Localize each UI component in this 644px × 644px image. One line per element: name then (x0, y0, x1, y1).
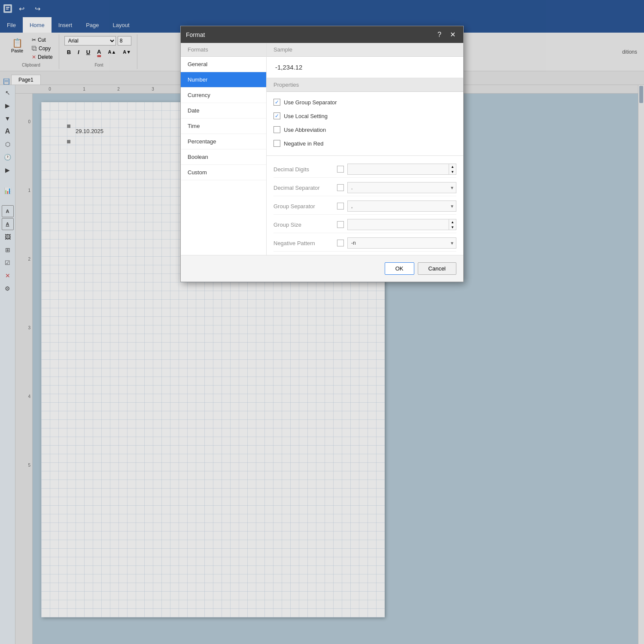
spinner-value-decimal-digits (348, 164, 449, 174)
app: ↩ ↪ File Home Insert Page Layout 📋 Paste… (0, 0, 644, 644)
spinner-buttons-group-size: ▲ ▼ (449, 219, 456, 230)
sample-header: Sample (267, 43, 463, 57)
format-dialog: Format ? ✕ Formats General Number Curren… (180, 26, 464, 282)
dialog-help-button[interactable]: ? (435, 30, 444, 39)
format-currency[interactable]: Currency (181, 88, 266, 103)
sample-section: Sample -1,234.12 (267, 43, 463, 78)
prop-negative-in-red: Negative in Red (273, 138, 456, 149)
checkbox-use-group-separator[interactable] (273, 99, 280, 106)
spinner-up-group-size[interactable]: ▲ (449, 219, 456, 225)
spinner-group-size: ▲ ▼ (347, 219, 456, 230)
format-time[interactable]: Time (181, 118, 266, 134)
checkbox-use-abbreviation[interactable] (273, 126, 280, 133)
format-number[interactable]: Number (181, 72, 266, 88)
select-decimal-separator-value: . (349, 185, 352, 191)
row-decimal-separator: Decimal Separator . ▼ (273, 179, 456, 196)
check-decimal-separator[interactable] (337, 184, 344, 191)
check-decimal-digits[interactable] (337, 166, 344, 173)
dialog-title: Format (186, 31, 205, 38)
select-negative-pattern[interactable]: -n ▼ (347, 237, 456, 249)
check-group-size[interactable] (337, 221, 344, 228)
select-group-separator-value: , (349, 203, 352, 209)
select-group-separator[interactable]: , ▼ (347, 200, 456, 212)
cancel-button[interactable]: Cancel (418, 262, 456, 275)
formats-header: Formats (181, 43, 266, 57)
prop-use-local-setting: Use Local Setting (273, 111, 456, 121)
properties-header: Properties (267, 78, 463, 92)
format-date[interactable]: Date (181, 103, 266, 118)
label-negative-pattern: Negative Pattern (273, 240, 334, 246)
dialog-footer: OK Cancel (181, 255, 463, 282)
spinner-buttons-decimal-digits: ▲ ▼ (449, 164, 456, 174)
label-group-size: Group Size (273, 222, 334, 228)
row-negative-pattern: Negative Pattern -n ▼ (273, 235, 456, 252)
row-decimal-digits: Decimal Digits ▲ ▼ (273, 161, 456, 178)
ok-button[interactable]: OK (385, 262, 414, 275)
checkbox-negative-in-red[interactable] (273, 140, 280, 147)
select-group-separator-arrow: ▼ (450, 204, 454, 209)
spinner-down-group-size[interactable]: ▼ (449, 225, 456, 230)
dialog-body: Formats General Number Currency Date Tim… (181, 43, 463, 255)
select-decimal-separator-arrow: ▼ (450, 185, 454, 190)
label-use-local-setting: Use Local Setting (284, 113, 328, 119)
spinner-decimal-digits: ▲ ▼ (347, 164, 456, 175)
prop-use-group-separator: Use Group Separator (273, 97, 456, 107)
label-negative-in-red: Negative in Red (284, 140, 324, 147)
dialog-overlay: Format ? ✕ Formats General Number Curren… (0, 0, 644, 644)
dialog-title-buttons: ? ✕ (435, 30, 458, 39)
dialog-close-button[interactable]: ✕ (447, 30, 458, 39)
properties-panel: Sample -1,234.12 Properties Use Group Se… (267, 43, 463, 255)
label-use-group-separator: Use Group Separator (284, 99, 337, 106)
select-negative-pattern-value: -n (349, 240, 356, 246)
label-decimal-separator: Decimal Separator (273, 185, 334, 191)
format-general[interactable]: General (181, 57, 266, 72)
format-percentage[interactable]: Percentage (181, 134, 266, 149)
properties-table: Decimal Digits ▲ ▼ (267, 158, 463, 255)
check-group-separator[interactable] (337, 203, 344, 210)
select-negative-pattern-arrow: ▼ (450, 241, 454, 246)
sample-value: -1,234.12 (267, 57, 463, 78)
row-group-separator: Group Separator , ▼ (273, 198, 456, 215)
label-decimal-digits: Decimal Digits (273, 166, 334, 173)
spinner-value-group-size (348, 219, 449, 230)
checkbox-use-local-setting[interactable] (273, 112, 280, 119)
prop-use-abbreviation: Use Abbreviation (273, 125, 456, 135)
spinner-down-decimal-digits[interactable]: ▼ (449, 169, 456, 174)
dialog-title-bar: Format ? ✕ (181, 26, 463, 43)
row-group-size: Group Size ▲ ▼ (273, 216, 456, 233)
properties-checkboxes: Use Group Separator Use Local Setting Us… (267, 92, 463, 154)
label-group-separator: Group Separator (273, 203, 334, 210)
formats-panel: Formats General Number Currency Date Tim… (181, 43, 267, 255)
label-use-abbreviation: Use Abbreviation (284, 127, 326, 133)
select-decimal-separator[interactable]: . ▼ (347, 182, 456, 193)
spinner-up-decimal-digits[interactable]: ▲ (449, 164, 456, 169)
format-boolean[interactable]: Boolean (181, 149, 266, 165)
separator (267, 155, 463, 156)
format-custom[interactable]: Custom (181, 165, 266, 180)
check-negative-pattern[interactable] (337, 240, 344, 246)
